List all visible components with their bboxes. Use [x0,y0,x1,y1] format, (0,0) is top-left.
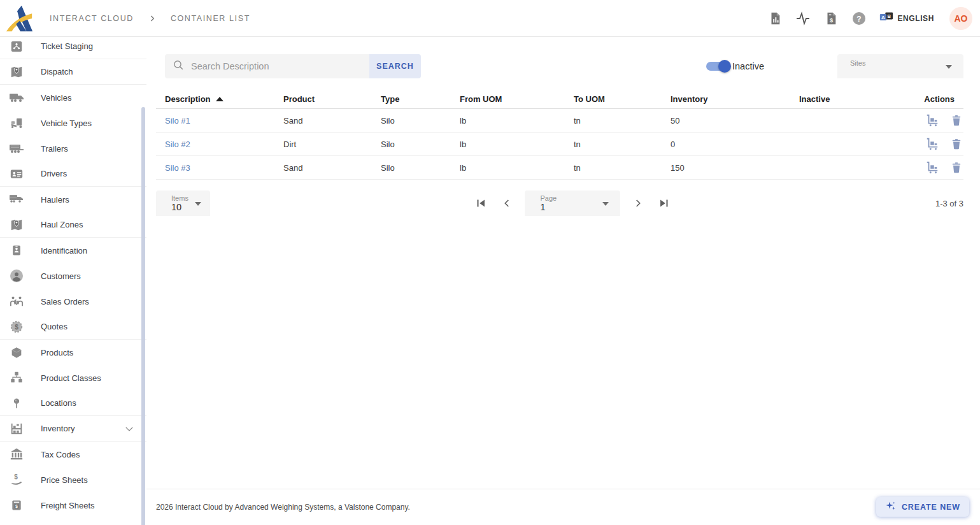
create-new-button[interactable]: CREATE NEW [876,497,969,517]
boxes-hierarchy-icon [9,370,24,385]
items-select-label: Items [171,194,188,202]
sidebar-item-trailers[interactable]: Trailers [0,136,146,161]
sidebar-item-sales-orders[interactable]: Sales Orders [0,289,146,314]
invoice-icon[interactable]: $ [823,11,839,26]
sidebar-item-price-sheets[interactable]: $ Price Sheets [0,467,146,493]
help-icon[interactable]: ? [851,11,867,26]
row-description-link[interactable]: Silo #2 [165,140,283,149]
column-header-product[interactable]: Product [283,94,381,104]
row-description-link[interactable]: Silo #1 [165,116,283,126]
sidebar-item-dispatch[interactable]: Dispatch [0,59,146,85]
sidebar-item-drivers[interactable]: Drivers [0,161,146,187]
sidebar-item-vehicles[interactable]: Vehicles [0,85,146,110]
search-box [165,54,369,78]
items-per-page-select[interactable]: Items 10 [156,191,210,216]
map-pin-icon [9,217,24,233]
row-description-link[interactable]: Silo #3 [165,163,283,173]
first-page-button[interactable] [472,195,489,212]
toolbar: SEARCH Inactive Sites [156,54,963,78]
app-logo-icon[interactable] [5,4,34,33]
row-type: Silo [381,140,460,149]
main-content: SEARCH Inactive Sites Description Produc… [146,37,980,489]
footer: 2026 Interact Cloud by Advanced Weighing… [146,489,980,525]
pin-icon [9,396,24,411]
svg-text:$: $ [15,504,18,509]
column-header-inventory[interactable]: Inventory [671,94,799,104]
column-header-to-uom[interactable]: To UOM [574,94,671,104]
table-header-row: Description Product Type From UOM To UOM… [156,89,963,109]
pagination: Items 10 Page 1 [156,191,963,216]
sites-select[interactable]: Sites [837,54,963,78]
inventory-cart-icon[interactable] [925,160,940,175]
inventory-cart-icon[interactable] [925,113,940,128]
sidebar-item-ticket-staging[interactable]: Ticket Staging [0,37,146,59]
svg-text:$: $ [830,17,833,23]
last-page-button[interactable] [656,195,672,212]
sidebar-item-inventory[interactable]: Inventory [0,416,146,442]
sidebar-item-vehicle-types[interactable]: Vehicle Types [0,110,146,136]
chevron-down-icon[interactable] [124,423,135,435]
svg-text:B: B [888,13,891,18]
create-new-label: CREATE NEW [902,503,960,512]
column-header-actions: Actions [916,94,955,104]
language-selector[interactable]: BA ENGLISH [879,11,934,25]
search-button[interactable]: SEARCH [369,54,421,78]
row-to-uom: tn [574,116,671,126]
sidebar: Ticket Staging Dispatch Vehicles Vehicle… [0,37,146,525]
row-from-uom: lb [460,163,574,173]
column-header-type[interactable]: Type [381,94,460,104]
handshake-icon [9,294,24,309]
column-header-description[interactable]: Description [165,94,283,104]
sidebar-item-locations[interactable]: Locations [0,391,146,416]
inventory-cart-icon[interactable] [925,136,940,152]
dollar-circle-icon: $ [9,319,24,334]
dispatch-map-icon [9,64,24,80]
breadcrumb-root[interactable]: INTERACT CLOUD [50,14,134,23]
delete-trash-icon[interactable] [949,113,964,128]
sidebar-item-haul-zones[interactable]: Haul Zones [0,212,146,238]
sidebar-item-haulers[interactable]: Haulers [0,187,146,212]
row-inventory: 0 [671,140,799,149]
sidebar-item-quotes[interactable]: $ Quotes [0,314,146,340]
row-actions [916,136,964,152]
delete-trash-icon[interactable] [949,136,964,152]
page-select[interactable]: Page 1 [525,191,620,216]
column-header-inactive[interactable]: Inactive [799,94,916,104]
delete-trash-icon[interactable] [949,160,964,175]
vehicle-types-icon [9,115,24,131]
next-page-button[interactable] [630,195,646,212]
previous-page-button[interactable] [499,195,515,212]
sidebar-scrollbar[interactable] [141,107,145,525]
row-inventory: 150 [671,163,799,173]
breadcrumb-current[interactable]: CONTAINER LIST [171,14,250,23]
inactive-toggle-group: Inactive [706,61,764,71]
doc-dollar-icon: $ [9,498,24,513]
sidebar-item-tax-codes[interactable]: Tax Codes [0,442,146,467]
avatar[interactable]: AO [949,7,972,30]
inactive-toggle[interactable] [706,62,729,71]
report-icon[interactable] [767,11,783,26]
sidebar-item-product-classes[interactable]: Product Classes [0,365,146,391]
box-icon [9,345,24,360]
sidebar-menu: Ticket Staging Dispatch Vehicles Vehicle… [0,37,146,518]
activity-icon[interactable] [795,11,811,26]
row-actions [916,160,964,175]
column-header-from-uom[interactable]: From UOM [460,94,574,104]
person-icon [9,268,24,284]
id-card-icon [9,166,24,182]
sort-ascending-icon [216,97,224,101]
search-input[interactable] [191,61,363,71]
svg-text:$: $ [15,323,18,330]
row-actions [916,113,964,128]
container-table: Description Product Type From UOM To UOM… [156,89,963,180]
sidebar-item-customers[interactable]: Customers [0,263,146,289]
caret-down-icon [195,202,201,206]
table-row: Silo #1 Sand Silo lb tn 50 [156,109,963,133]
sidebar-item-products[interactable]: Products [0,340,146,365]
copyright-text: 2026 Interact Cloud by Advanced Weighing… [156,503,410,512]
container-list-page: INTERACT CLOUD CONTAINER LIST $ ? BA [0,0,980,525]
row-type: Silo [381,163,460,173]
sidebar-item-freight-sheets[interactable]: $ Freight Sheets [0,493,146,518]
sidebar-item-identification[interactable]: Identification [0,238,146,263]
caret-down-icon [946,65,952,69]
